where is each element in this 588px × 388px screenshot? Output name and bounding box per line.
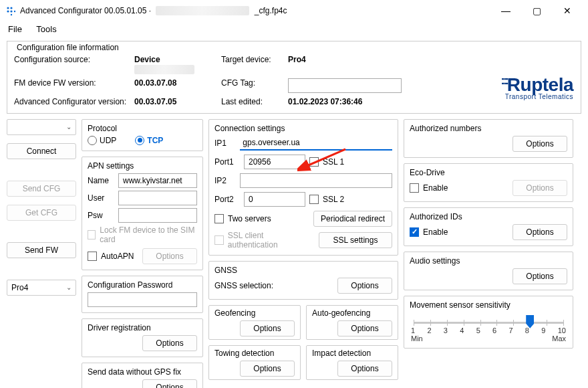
impact-group: Impact detection Options [306,345,398,380]
auth-ids-enable-checkbox[interactable] [410,227,419,237]
slider-min-label: Min [411,334,423,343]
apn-user-input[interactable] [118,191,197,205]
config-password-group: Configuration Password [82,276,203,313]
titlebar: Advanced Configurator 00.05.01.05 · _cfg… [0,0,588,21]
apn-group: APN settings Name User Psw Lock FM devic… [82,157,203,270]
sensitivity-group: Movement sensor sensitivity 12345678910 … [404,296,573,349]
fm-fw-label: FM device FW version: [14,78,134,93]
slider-tick-label: 4 [460,326,464,334]
gnss-options-button[interactable]: Options [337,278,392,294]
svg-point-2 [7,10,9,12]
audio-options-button[interactable]: Options [512,268,567,284]
auth-ids-options-button[interactable]: Options [512,224,567,240]
eco-enable-label: Enable [423,183,448,193]
auth-numbers-options-button[interactable]: Options [512,136,567,152]
ssl2-checkbox[interactable] [309,195,319,204]
slider-max-label: Max [552,334,566,343]
eco-enable-checkbox[interactable] [410,183,419,193]
sensitivity-slider[interactable]: 12345678910 Min Max [410,312,567,343]
slider-tick-label: 8 [525,326,529,334]
conn-title: Connection settings [214,124,392,133]
auth-numbers-title: Authorized numbers [410,124,567,133]
towing-options-button[interactable]: Options [240,361,295,377]
app-icon [5,5,16,16]
slider-tick-label: 1 [411,326,415,334]
svg-point-1 [10,7,12,9]
audio-settings-group: Audio settings Options [404,252,573,290]
send-cfg-button[interactable]: Send CFG [7,181,76,197]
two-servers-checkbox[interactable] [214,214,224,223]
apn-name-input[interactable] [118,173,197,188]
svg-point-0 [7,7,9,9]
cfg-tag-label: CFG Tag: [221,78,288,93]
brand-tagline: Transport Telematics [501,93,574,100]
slider-tick-label: 2 [427,326,431,334]
title-redacted [156,6,249,15]
eco-drive-group: Eco-Drive Enable Options [404,163,573,202]
gnss-title: GNSS [214,266,392,275]
port-select[interactable]: ⌄ [7,119,76,135]
connection-settings-group: Connection settings IP1 Port1 SSL 1 IP2 [208,119,398,256]
chevron-down-icon: ⌄ [66,284,71,291]
config-password-input[interactable] [88,292,197,307]
apn-title: APN settings [88,161,197,171]
authorized-numbers-group: Authorized numbers Options [404,119,573,158]
apn-psw-input[interactable] [118,208,197,223]
apn-name-label: Name [88,176,116,185]
target-device-value: Pro4 [288,55,422,74]
lock-sim-label: Lock FM device to the SIM card [100,225,197,244]
close-button[interactable]: ✕ [552,1,583,21]
device-type-select[interactable]: Pro4⌄ [7,280,76,296]
slider-tick-label: 9 [541,326,545,334]
eco-options-button[interactable]: Options [512,180,567,196]
protocol-tcp-radio[interactable]: TCP [135,136,163,145]
auto-apn-checkbox[interactable] [88,252,97,261]
impact-options-button[interactable]: Options [337,361,392,377]
geofencing-options-button[interactable]: Options [240,320,295,336]
apn-options-button[interactable]: Options [142,248,197,264]
ssl1-checkbox[interactable] [309,157,319,167]
protocol-udp-radio[interactable]: UDP [88,136,116,145]
lock-sim-checkbox [88,230,96,239]
slider-tick-label: 5 [476,326,480,334]
cfg-tag-input[interactable] [288,78,402,93]
port2-input[interactable] [244,192,305,207]
towing-group: Towing detection Options [208,345,301,380]
ip2-label: IP2 [214,176,236,185]
config-source-label: Configuration source: [14,55,134,74]
geofencing-title: Geofencing [214,308,295,318]
get-cfg-button[interactable]: Get CFG [7,205,76,221]
config-pw-title: Configuration Password [88,280,197,290]
fm-fw-value: 00.03.07.08 [134,78,221,93]
driver-reg-title: Driver registration [88,323,197,332]
send-no-gps-title: Send data without GPS fix [88,367,197,377]
menu-file[interactable]: File [8,24,22,34]
ip1-input[interactable] [240,136,392,151]
ip2-input[interactable] [240,173,392,188]
auth-ids-title: Authorized IDs [410,212,567,221]
protocol-group: Protocol UDP TCP [82,119,203,151]
config-file-info: Configuration file information Configura… [7,41,581,114]
slider-tick-label: 10 [558,326,566,334]
slider-tick-label: 3 [444,326,448,334]
menubar: File Tools [0,21,588,37]
send-fw-button[interactable]: Send FW [7,242,76,258]
authorized-ids-group: Authorized IDs Enable Options [404,207,573,246]
config-source-value: Device [134,55,221,74]
title-suffix: _cfg.fp4c [255,6,287,15]
port1-input[interactable] [244,155,305,169]
menu-tools[interactable]: Tools [36,24,56,34]
send-no-gps-options-button[interactable]: Options [142,379,197,388]
config-info-legend: Configuration file information [14,43,574,52]
minimize-button[interactable]: ― [490,1,521,21]
ssl-settings-button[interactable]: SSL settings [319,232,392,248]
last-edited-value: 01.02.2023 07:36:46 [288,97,422,106]
chevron-down-icon: ⌄ [66,123,71,130]
maximize-button[interactable]: ▢ [521,1,552,21]
periodical-redirect-button[interactable]: Periodical redirect [313,211,392,227]
two-servers-label: Two servers [228,214,271,223]
auto-geo-options-button[interactable]: Options [337,320,392,336]
eco-title: Eco-Drive [410,168,567,177]
connect-button[interactable]: Connect [7,143,76,159]
driver-reg-options-button[interactable]: Options [142,335,197,351]
